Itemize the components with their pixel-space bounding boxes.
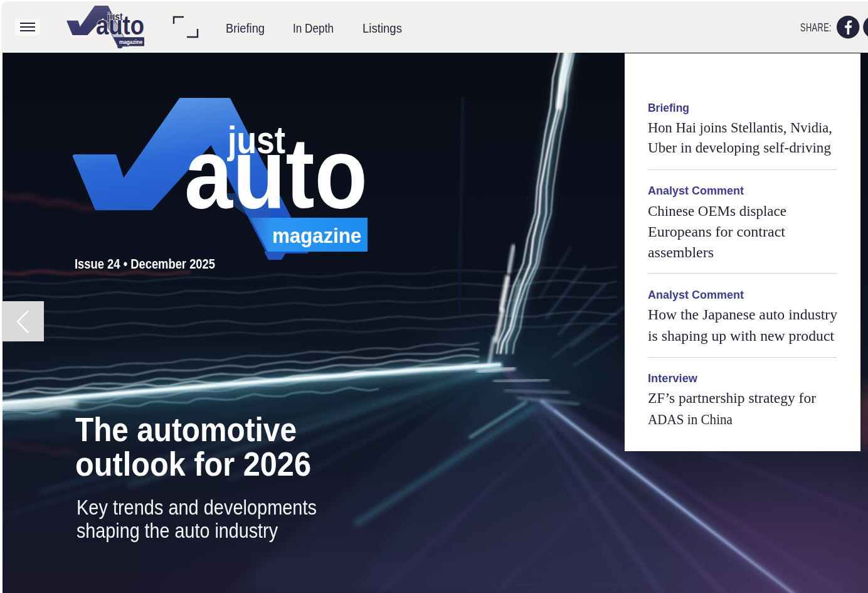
- svg-text:auto: auto: [184, 117, 368, 229]
- svg-text:magazine: magazine: [119, 39, 142, 45]
- svg-text:magazine: magazine: [272, 224, 361, 247]
- svg-text:auto: auto: [96, 11, 144, 40]
